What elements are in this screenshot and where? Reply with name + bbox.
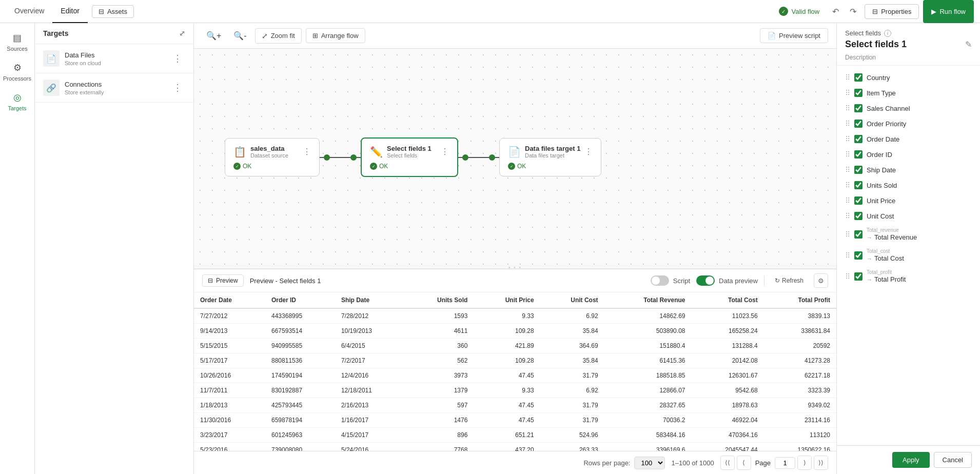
connections-menu-button[interactable]: ⋮	[170, 81, 185, 94]
zoom-in-button[interactable]: 🔍+	[202, 29, 225, 43]
run-flow-button[interactable]: ▶ Run flow	[923, 0, 974, 23]
apply-button[interactable]: Apply	[892, 452, 930, 468]
table-cell: 7/2/2017	[335, 353, 405, 368]
zoom-fit-button[interactable]: ⤢ Zoom fit	[255, 28, 302, 44]
last-page-button[interactable]: ⟩⟩	[814, 456, 828, 470]
properties-button[interactable]: ⊟ Properties	[865, 4, 919, 19]
refresh-button[interactable]: ↻ Refresh	[771, 275, 808, 286]
table-cell: 880811536	[265, 353, 335, 368]
ok-icon-sales: ✓	[233, 163, 241, 170]
table-cell: 9542.68	[691, 383, 763, 398]
prev-page-button[interactable]: ⟨	[737, 456, 751, 470]
drag-handle-icon[interactable]: ⠿	[845, 166, 850, 174]
sidebar-item-processors[interactable]: ⚙ Processors	[2, 58, 33, 86]
table-cell: 188518.85	[604, 368, 692, 383]
data-files-menu-button[interactable]: ⋮	[170, 52, 185, 65]
preview-icon: ⊟	[208, 277, 213, 284]
field-checkbox[interactable]	[854, 73, 863, 82]
node-menu-button-select[interactable]: ⋮	[441, 147, 449, 156]
tab-editor[interactable]: Editor	[52, 0, 88, 23]
flow-canvas[interactable]: 📋 sales_data Dataset source ⋮ ✓ OK	[194, 49, 836, 266]
node-menu-button-sales[interactable]: ⋮	[303, 147, 311, 156]
properties-icon: ⊟	[872, 8, 878, 15]
field-checkbox[interactable]	[854, 181, 863, 189]
field-checkbox[interactable]	[854, 166, 863, 174]
table-cell: 11/30/2016	[194, 413, 265, 428]
flow-node-select-fields[interactable]: ✏️ Select fields 1 Select fields ⋮ ✓ OK	[361, 137, 458, 177]
table-row: 5/15/20159409955856/4/2015360421.89364.6…	[194, 339, 836, 353]
table-body: 7/27/20124433689957/28/201215939.336.921…	[194, 308, 836, 451]
sidebar-item-sources[interactable]: ▤ Sources	[2, 28, 33, 56]
next-page-button[interactable]: ⟩	[797, 456, 812, 470]
table-cell: 562	[405, 353, 474, 368]
cancel-button[interactable]: Cancel	[934, 452, 972, 468]
field-checkbox[interactable]	[854, 272, 863, 281]
drag-handle-icon[interactable]: ⠿	[845, 196, 850, 205]
field-name: Unit Price	[867, 197, 972, 205]
flow-node-sales-data[interactable]: 📋 sales_data Dataset source ⋮ ✓ OK	[225, 138, 320, 176]
rows-per-page-select[interactable]: 100 50 25	[634, 457, 665, 469]
table-cell: 11/7/2011	[194, 383, 265, 398]
drag-handle-icon[interactable]: ⠿	[845, 251, 850, 260]
drag-handle-icon[interactable]: ⠿	[845, 181, 850, 189]
drag-handle-icon[interactable]: ⠿	[845, 73, 850, 82]
sidebar-item-targets[interactable]: ◎ Targets	[2, 88, 33, 115]
first-page-button[interactable]: ⟨⟨	[720, 456, 735, 470]
preview-button[interactable]: ⊟ Preview	[202, 274, 244, 287]
drag-handle-icon[interactable]: ⠿	[845, 150, 850, 159]
field-checkbox[interactable]	[854, 104, 863, 112]
drag-handle-icon[interactable]: ⠿	[845, 135, 850, 143]
field-checkbox[interactable]	[854, 120, 863, 128]
connector-2	[458, 147, 499, 168]
node-menu-button-target[interactable]: ⋮	[584, 147, 593, 156]
target-connections[interactable]: 🔗 Connections Store externally ⋮	[35, 73, 193, 103]
field-checkbox[interactable]	[854, 135, 863, 143]
zoom-out-button[interactable]: 🔍-	[229, 29, 250, 43]
field-checkbox[interactable]	[854, 89, 863, 97]
preview-script-button[interactable]: 📄 Preview script	[760, 28, 828, 43]
field-checkbox[interactable]	[854, 196, 863, 205]
redo-button[interactable]: ↷	[845, 4, 860, 19]
table-cell: 23114.16	[764, 413, 836, 428]
zoom-fit-icon: ⤢	[262, 32, 268, 40]
script-toggle[interactable]	[651, 275, 669, 286]
tab-assets[interactable]: ⊟ Assets	[92, 5, 134, 18]
table-cell: 11023.56	[691, 308, 763, 324]
field-checkbox[interactable]	[854, 251, 863, 260]
field-checkbox[interactable]	[854, 212, 863, 220]
drag-handle-icon[interactable]: ⠿	[845, 104, 850, 112]
drag-handle-icon[interactable]: ⠿	[845, 89, 850, 97]
data-table-container[interactable]: Order Date Order ID Ship Date Units Sold…	[194, 292, 836, 451]
tab-overview[interactable]: Overview	[6, 0, 52, 23]
drag-handle-icon[interactable]: ⠿	[845, 272, 850, 281]
edit-icon[interactable]: ✎	[965, 40, 972, 49]
settings-button[interactable]: ⚙	[814, 273, 828, 288]
table-cell: 6.92	[540, 308, 604, 324]
script-icon: 📄	[768, 32, 776, 40]
field-checkbox[interactable]	[854, 230, 863, 239]
info-icon: i	[884, 30, 891, 37]
page-number-input[interactable]	[775, 457, 795, 469]
drag-handle-icon[interactable]: ⠿	[845, 212, 850, 220]
table-cell: 360	[405, 339, 474, 353]
table-header-row: Order Date Order ID Ship Date Units Sold…	[194, 292, 836, 308]
undo-button[interactable]: ↶	[828, 4, 843, 19]
target-data-files[interactable]: 📄 Data Files Store on cloud ⋮	[35, 44, 193, 73]
description-label: Description	[845, 54, 972, 61]
table-cell: 9349.02	[764, 398, 836, 413]
connector-1	[320, 147, 361, 168]
table-cell: 47.45	[474, 368, 540, 383]
collapse-icon[interactable]: ⤢	[179, 29, 185, 37]
table-row: 10/26/201617459019412/4/2016397347.4531.…	[194, 368, 836, 383]
data-preview-toggle[interactable]	[696, 275, 715, 286]
field-checkbox[interactable]	[854, 150, 863, 159]
table-cell: 524.96	[540, 428, 604, 443]
table-cell: 5/17/2017	[194, 353, 265, 368]
flow-node-data-files-target[interactable]: 📄 Data files target 1 Data files target …	[499, 138, 601, 176]
drag-handle-icon[interactable]: ⠿	[845, 120, 850, 128]
drag-handle-icon[interactable]: ⠿	[845, 230, 850, 239]
node-status-target: ✓ OK	[508, 163, 593, 170]
table-cell: 9.33	[474, 383, 540, 398]
arrange-flow-button[interactable]: ⊞ Arrange flow	[306, 28, 365, 43]
field-row: ⠿Sales Channel	[837, 101, 980, 116]
